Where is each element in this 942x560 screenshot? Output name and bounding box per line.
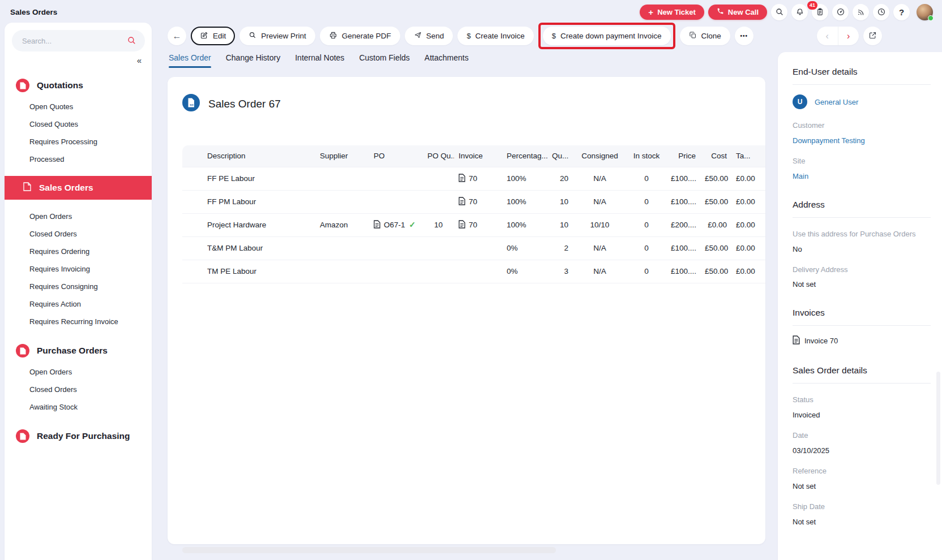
invoices-section: Invoices Invoice 70	[793, 308, 931, 346]
table-row[interactable]: T&M PM Labour 0% 2 N/A 0 £100....	[182, 236, 765, 260]
new-call-label: New Call	[728, 8, 759, 16]
dashboard-button[interactable]	[832, 4, 849, 20]
previous-record-button[interactable]: ‹	[817, 27, 838, 45]
po-doc-icon	[374, 222, 380, 230]
sidebar-item-processed[interactable]: Processed	[5, 150, 152, 168]
tab-change-history[interactable]: Change History	[226, 53, 281, 68]
notifications-button[interactable]	[791, 4, 808, 20]
horizontal-scrollbar[interactable]	[182, 547, 556, 553]
invoice-link[interactable]: 70	[469, 174, 477, 183]
divider	[793, 84, 931, 85]
user-initial-avatar: U	[793, 94, 807, 109]
sidebar-section-ready-for-purchasing[interactable]: Ready For Purchasing	[5, 429, 152, 443]
invoice-link[interactable]: 70	[469, 197, 477, 206]
col-consigned: Consigned	[573, 145, 627, 167]
plus-icon: +	[648, 8, 653, 16]
sidebar-item-open-orders[interactable]: Open Orders	[5, 208, 152, 225]
sidebar-section-purchase-orders[interactable]: Purchase Orders	[5, 344, 152, 357]
next-record-button[interactable]: ›	[838, 27, 859, 45]
table-header-row: Description Supplier PO PO Qu... Invoice…	[182, 145, 765, 167]
recent-button[interactable]	[873, 4, 889, 20]
user-avatar[interactable]	[917, 4, 933, 20]
status-label: Status	[793, 395, 931, 406]
feed-button[interactable]	[853, 4, 869, 20]
svg-text:so: so	[190, 103, 194, 106]
sidebar-item-requires-processing[interactable]: Requires Processing	[5, 133, 152, 150]
tab-custom-fields[interactable]: Custom Fields	[359, 53, 409, 68]
tab-attachments[interactable]: Attachments	[425, 53, 469, 68]
edit-button[interactable]: Edit	[191, 27, 235, 45]
vertical-scrollbar[interactable]	[936, 372, 940, 485]
sidebar-item-requires-invoicing[interactable]: Requires Invoicing	[5, 260, 152, 278]
more-actions-button[interactable]: •••	[735, 27, 753, 45]
new-ticket-button[interactable]: + New Ticket	[640, 5, 704, 20]
sales-order-details-section: Sales Order details Status Invoiced Date…	[793, 365, 931, 525]
clone-button[interactable]: Clone	[680, 27, 730, 45]
sidebar-item-po-open-orders[interactable]: Open Orders	[5, 363, 152, 381]
sidebar-section-sales-orders-selected[interactable]: Sales Orders	[5, 176, 152, 200]
sidebar-item-open-quotes[interactable]: Open Quotes	[5, 98, 152, 115]
send-plane-icon	[414, 31, 422, 41]
col-po-qty: PO Qu...	[423, 145, 454, 167]
invoices-heading: Invoices	[793, 308, 931, 318]
tasks-button[interactable]: 41	[812, 4, 828, 20]
search-input[interactable]	[12, 30, 145, 51]
sidebar-item-po-closed-orders[interactable]: Closed Orders	[5, 381, 152, 398]
phone-icon	[717, 7, 724, 16]
sidebar-section-quotations[interactable]: Quotations	[5, 79, 152, 92]
ellipsis-icon: •••	[740, 33, 748, 39]
invoice-item[interactable]: Invoice 70	[793, 335, 931, 346]
sidebar-item-awaiting-stock[interactable]: Awaiting Stock	[5, 398, 152, 416]
page-title: Sales Orders	[10, 8, 57, 16]
sidebar-item-closed-quotes[interactable]: Closed Quotes	[5, 115, 152, 133]
ship-date-value: Not set	[793, 518, 931, 526]
new-call-button[interactable]: New Call	[708, 5, 767, 20]
sales-order-details-heading: Sales Order details	[793, 365, 931, 376]
tab-internal-notes[interactable]: Internal Notes	[295, 53, 344, 68]
tab-sales-order[interactable]: Sales Order	[169, 53, 211, 68]
sidebar: « Quotations Open Quotes Closed Quotes R…	[5, 23, 152, 560]
date-value: 03/10/2025	[793, 446, 931, 455]
online-status-dot	[928, 15, 934, 21]
po-link[interactable]: O67-1	[384, 221, 405, 229]
external-link-icon	[868, 31, 877, 41]
help-button[interactable]: ?	[893, 4, 910, 20]
send-button[interactable]: Send	[405, 27, 453, 45]
sidebar-item-requires-ordering[interactable]: Requires Ordering	[5, 243, 152, 260]
sidebar-item-requires-action[interactable]: Requires Action	[5, 295, 152, 313]
tab-bar: Sales Order Change History Internal Note…	[168, 53, 765, 68]
invoice-link[interactable]: 70	[469, 221, 477, 229]
back-button[interactable]: ←	[168, 27, 186, 45]
table-row[interactable]: Project Hardware Amazon O67-1✓ 10 70 100…	[182, 213, 765, 236]
ship-date-label: Ship Date	[793, 502, 931, 512]
end-user-link[interactable]: General User	[815, 98, 858, 106]
col-description: Description	[182, 145, 315, 167]
col-qty: Qu...	[547, 145, 573, 167]
search-button[interactable]	[771, 4, 787, 20]
preview-print-button[interactable]: Preview Print	[239, 27, 315, 45]
purchase-orders-doc-icon	[16, 344, 29, 357]
open-in-new-window-button[interactable]	[863, 27, 882, 45]
address-heading: Address	[793, 200, 931, 210]
col-supplier: Supplier	[315, 145, 369, 167]
sidebar-item-requires-consigning[interactable]: Requires Consigning	[5, 278, 152, 295]
invoice-doc-icon	[459, 199, 465, 207]
divider	[793, 325, 931, 326]
sales-order-card: so Sales Order 67 Descrip	[168, 77, 765, 544]
create-down-payment-invoice-button[interactable]: $ Create down payment Invoice	[543, 27, 671, 45]
sales-order-icon: so	[182, 94, 200, 114]
site-link[interactable]: Main	[793, 172, 931, 180]
reference-label: Reference	[793, 466, 931, 477]
col-percentage: Percentag...	[502, 145, 547, 167]
sidebar-item-closed-orders[interactable]: Closed Orders	[5, 225, 152, 243]
customer-link[interactable]: Downpayment Testing	[793, 136, 931, 145]
top-bar: Sales Orders + New Ticket New Call 41	[0, 0, 942, 20]
table-row[interactable]: FF PE Labour 70 100% 20 N/A 0 £100.	[182, 167, 765, 190]
address-section: Address Use this address for Purchase Or…	[793, 200, 931, 289]
sidebar-collapse-button[interactable]: «	[5, 55, 152, 65]
create-invoice-button[interactable]: $ Create Invoice	[457, 27, 533, 45]
table-row[interactable]: FF PM Labour 70 100% 10 N/A 0 £100.	[182, 190, 765, 213]
table-row[interactable]: TM PE Labour 0% 3 N/A 0 £100....	[182, 260, 765, 283]
generate-pdf-button[interactable]: Generate PDF	[320, 27, 400, 45]
sidebar-item-requires-recurring-invoice[interactable]: Requires Recurring Invoice	[5, 313, 152, 330]
